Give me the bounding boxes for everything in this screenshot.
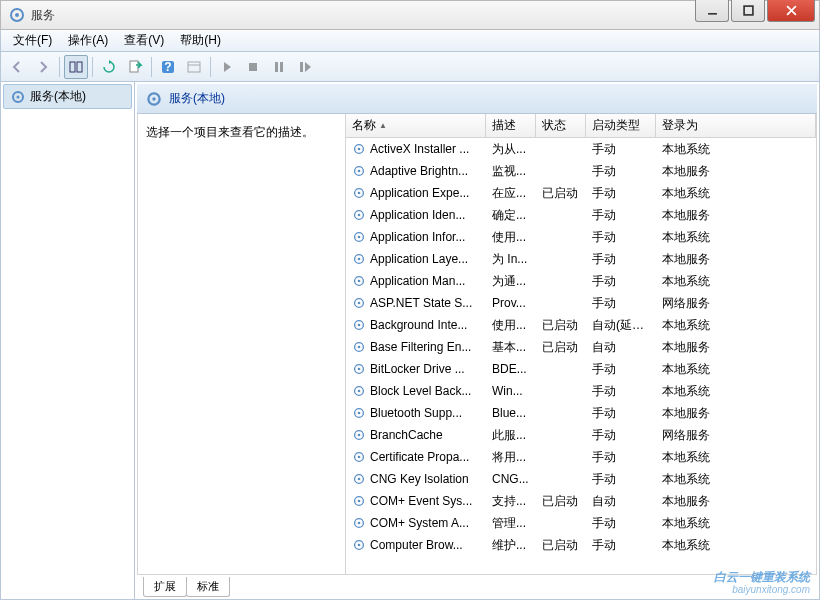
gear-icon (352, 252, 366, 266)
show-hide-tree-button[interactable] (64, 55, 88, 79)
column-name[interactable]: 名称▲ (346, 114, 486, 137)
cell-name: Application Infor... (346, 230, 486, 244)
gear-icon (145, 90, 163, 108)
cell-startup: 手动 (586, 471, 656, 488)
cell-description: BDE... (486, 362, 536, 376)
service-row[interactable]: Application Expe...在应...已启动手动本地系统 (346, 182, 816, 204)
svg-point-36 (358, 302, 361, 305)
service-row[interactable]: ASP.NET State S...Prov...手动网络服务 (346, 292, 816, 314)
column-description[interactable]: 描述 (486, 114, 536, 137)
service-row[interactable]: Background Inte...使用...已启动自动(延迟...本地系统 (346, 314, 816, 336)
tab-extended[interactable]: 扩展 (143, 577, 187, 597)
forward-button[interactable] (31, 55, 55, 79)
menu-help[interactable]: 帮助(H) (172, 30, 229, 51)
console-tree[interactable]: 服务(本地) (1, 82, 135, 599)
gear-icon (352, 472, 366, 486)
gear-icon (352, 296, 366, 310)
properties-button[interactable] (182, 55, 206, 79)
service-row[interactable]: COM+ System A...管理...手动本地系统 (346, 512, 816, 534)
service-row[interactable]: Bluetooth Supp...Blue...手动本地服务 (346, 402, 816, 424)
svg-rect-13 (249, 63, 257, 71)
service-row[interactable]: COM+ Event Sys...支持...已启动自动本地服务 (346, 490, 816, 512)
service-row[interactable]: CNG Key IsolationCNG...手动本地系统 (346, 468, 816, 490)
toolbar-separator (151, 57, 152, 77)
service-row[interactable]: BitLocker Drive ...BDE...手动本地系统 (346, 358, 816, 380)
gear-icon (352, 384, 366, 398)
maximize-button[interactable] (731, 0, 765, 22)
service-row[interactable]: Block Level Back...Win...手动本地系统 (346, 380, 816, 402)
tree-item-services-local[interactable]: 服务(本地) (3, 84, 132, 109)
cell-name: BitLocker Drive ... (346, 362, 486, 376)
service-row[interactable]: Application Laye...为 In...手动本地服务 (346, 248, 816, 270)
menu-view[interactable]: 查看(V) (116, 30, 172, 51)
cell-name: BranchCache (346, 428, 486, 442)
service-row[interactable]: BranchCache此服...手动网络服务 (346, 424, 816, 446)
toolbar-separator (59, 57, 60, 77)
service-row[interactable]: Certificate Propa...将用...手动本地系统 (346, 446, 816, 468)
minimize-button[interactable] (695, 0, 729, 22)
refresh-button[interactable] (97, 55, 121, 79)
cell-logon: 本地系统 (656, 449, 816, 466)
service-row[interactable]: Application Iden...确定...手动本地服务 (346, 204, 816, 226)
help-button[interactable]: ? (156, 55, 180, 79)
export-button[interactable] (123, 55, 147, 79)
cell-logon: 本地服务 (656, 405, 816, 422)
service-row[interactable]: Adaptive Brightn...监视...手动本地服务 (346, 160, 816, 182)
column-status[interactable]: 状态 (536, 114, 586, 137)
service-row[interactable]: ActiveX Installer ...为从...手动本地系统 (346, 138, 816, 160)
column-logon-as[interactable]: 登录为 (656, 114, 816, 137)
cell-status: 已启动 (536, 537, 586, 554)
svg-point-42 (358, 368, 361, 371)
cell-description: 维护... (486, 537, 536, 554)
gear-icon (352, 208, 366, 222)
tab-standard[interactable]: 标准 (186, 577, 230, 597)
service-row[interactable]: Base Filtering En...基本...已启动自动本地服务 (346, 336, 816, 358)
cell-startup: 手动 (586, 383, 656, 400)
cell-logon: 本地服务 (656, 207, 816, 224)
cell-description: 支持... (486, 493, 536, 510)
svg-rect-16 (300, 62, 303, 72)
menu-action[interactable]: 操作(A) (60, 30, 116, 51)
close-button[interactable] (767, 0, 815, 22)
cell-logon: 本地系统 (656, 515, 816, 532)
back-button[interactable] (5, 55, 29, 79)
service-list[interactable]: 名称▲ 描述 状态 启动类型 登录为 ActiveX Installer ...… (346, 114, 816, 574)
service-row[interactable]: Application Infor...使用...手动本地系统 (346, 226, 816, 248)
cell-startup: 手动 (586, 163, 656, 180)
menu-file[interactable]: 文件(F) (5, 30, 60, 51)
svg-point-46 (358, 412, 361, 415)
cell-name: Background Inte... (346, 318, 486, 332)
service-rows[interactable]: ActiveX Installer ...为从...手动本地系统Adaptive… (346, 138, 816, 574)
restart-service-button[interactable] (293, 55, 317, 79)
description-prompt: 选择一个项目来查看它的描述。 (146, 125, 314, 139)
svg-rect-6 (70, 62, 75, 72)
cell-description: 确定... (486, 207, 536, 224)
service-row[interactable]: Application Man...为通...手动本地系统 (346, 270, 816, 292)
cell-logon: 本地系统 (656, 537, 816, 554)
cell-name: Base Filtering En... (346, 340, 486, 354)
cell-logon: 网络服务 (656, 427, 816, 444)
pause-service-button[interactable] (267, 55, 291, 79)
svg-rect-7 (77, 62, 82, 72)
view-tabs: 扩展 标准 (137, 575, 817, 597)
svg-rect-14 (275, 62, 278, 72)
cell-description: 为从... (486, 141, 536, 158)
start-service-button[interactable] (215, 55, 239, 79)
svg-text:?: ? (164, 60, 171, 74)
cell-name: ASP.NET State S... (346, 296, 486, 310)
column-startup-type[interactable]: 启动类型 (586, 114, 656, 137)
cell-logon: 本地服务 (656, 493, 816, 510)
app-icon (9, 7, 25, 23)
cell-startup: 手动 (586, 229, 656, 246)
stop-service-button[interactable] (241, 55, 265, 79)
cell-logon: 本地系统 (656, 383, 816, 400)
svg-point-50 (358, 456, 361, 459)
svg-point-1 (15, 13, 19, 17)
svg-point-26 (358, 192, 361, 195)
cell-description: 此服... (486, 427, 536, 444)
service-row[interactable]: Computer Brow...维护...已启动手动本地系统 (346, 534, 816, 556)
cell-startup: 自动 (586, 493, 656, 510)
gear-icon (352, 516, 366, 530)
cell-startup: 手动 (586, 537, 656, 554)
menu-bar: 文件(F) 操作(A) 查看(V) 帮助(H) (0, 30, 820, 52)
